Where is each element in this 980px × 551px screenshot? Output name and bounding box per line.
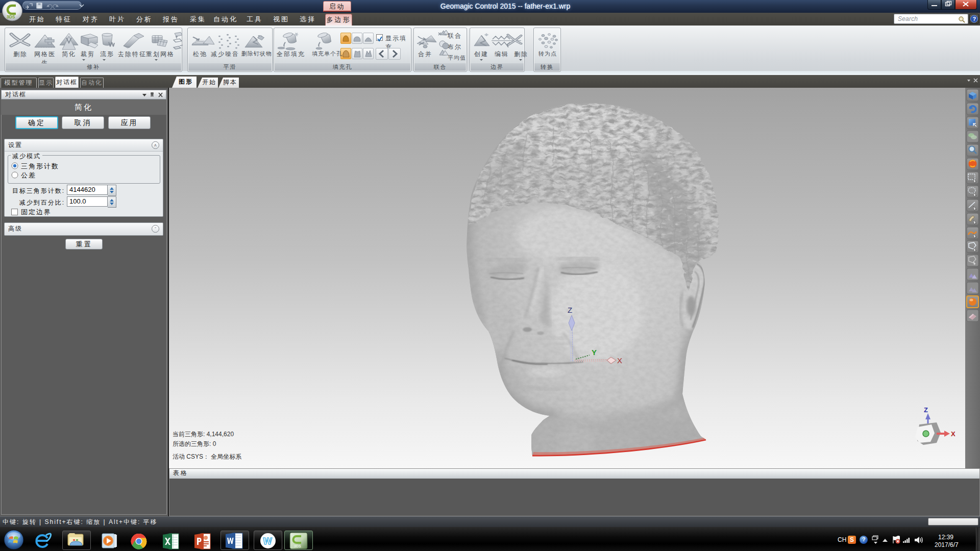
svg-text:3DS: 3DS xyxy=(7,14,15,19)
svg-text:X: X xyxy=(617,356,622,365)
svg-text:3DS: 3DS xyxy=(294,544,301,548)
svg-text:Z: Z xyxy=(924,406,928,414)
svg-text:Y: Y xyxy=(592,348,597,357)
svg-text:X: X xyxy=(951,430,955,438)
svg-text:Z: Z xyxy=(568,306,572,314)
svg-text:?: ? xyxy=(973,16,976,22)
